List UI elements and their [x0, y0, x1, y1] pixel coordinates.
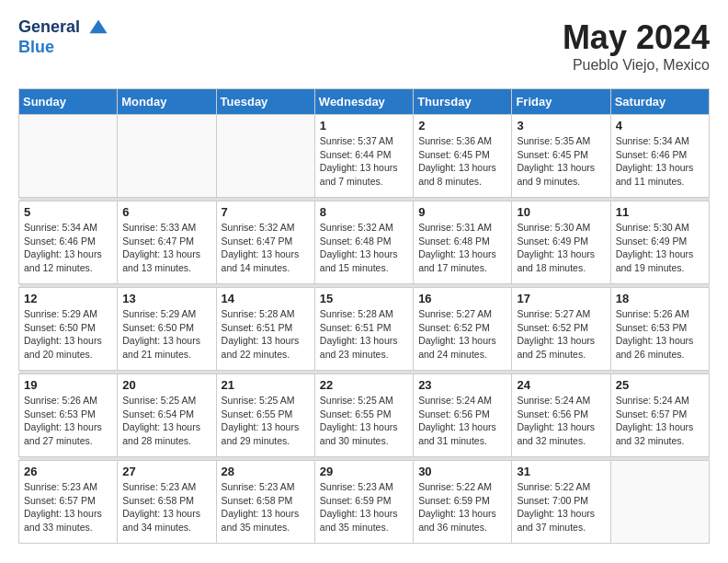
- calendar-week-4: 19Sunrise: 5:26 AM Sunset: 6:53 PM Dayli…: [19, 374, 710, 457]
- calendar-cell: 6Sunrise: 5:33 AM Sunset: 6:47 PM Daylig…: [118, 201, 216, 284]
- day-number: 27: [122, 465, 210, 478]
- calendar-cell: 11Sunrise: 5:30 AM Sunset: 6:49 PM Dayli…: [610, 201, 709, 284]
- day-info: Sunrise: 5:34 AM Sunset: 6:46 PM Dayligh…: [616, 134, 704, 189]
- day-info: Sunrise: 5:22 AM Sunset: 6:59 PM Dayligh…: [418, 480, 506, 534]
- day-number: 10: [517, 205, 605, 219]
- calendar-cell: [19, 115, 118, 198]
- calendar-cell: 1Sunrise: 5:37 AM Sunset: 6:44 PM Daylig…: [314, 115, 413, 198]
- day-number: 16: [418, 292, 506, 305]
- page-header: General Blue May 2024 Pueblo Viejo, Mexi…: [18, 18, 710, 74]
- day-info: Sunrise: 5:35 AM Sunset: 6:45 PM Dayligh…: [517, 134, 605, 189]
- day-number: 7: [222, 205, 310, 219]
- day-info: Sunrise: 5:24 AM Sunset: 6:56 PM Dayligh…: [517, 394, 605, 448]
- day-number: 31: [517, 465, 605, 478]
- day-info: Sunrise: 5:26 AM Sunset: 6:53 PM Dayligh…: [616, 307, 704, 362]
- day-info: Sunrise: 5:29 AM Sunset: 6:50 PM Dayligh…: [122, 307, 210, 362]
- day-number: 20: [122, 378, 210, 392]
- calendar-cell: [610, 461, 709, 544]
- day-number: 5: [24, 205, 112, 219]
- logo-text: General Blue: [18, 18, 108, 57]
- month-title: May 2024: [563, 18, 710, 57]
- day-info: Sunrise: 5:23 AM Sunset: 6:59 PM Dayligh…: [320, 480, 408, 534]
- day-number: 19: [24, 378, 112, 392]
- day-info: Sunrise: 5:25 AM Sunset: 6:55 PM Dayligh…: [320, 394, 408, 448]
- logo: General Blue: [18, 18, 108, 57]
- day-number: 26: [24, 465, 112, 478]
- day-number: 24: [517, 378, 605, 392]
- day-info: Sunrise: 5:27 AM Sunset: 6:52 PM Dayligh…: [517, 307, 605, 362]
- day-number: 21: [222, 378, 310, 392]
- calendar-week-3: 12Sunrise: 5:29 AM Sunset: 6:50 PM Dayli…: [19, 288, 710, 371]
- day-info: Sunrise: 5:24 AM Sunset: 6:56 PM Dayligh…: [418, 394, 506, 448]
- calendar-cell: 28Sunrise: 5:23 AM Sunset: 6:58 PM Dayli…: [216, 461, 314, 544]
- calendar-cell: 26Sunrise: 5:23 AM Sunset: 6:57 PM Dayli…: [19, 461, 118, 544]
- day-info: Sunrise: 5:26 AM Sunset: 6:53 PM Dayligh…: [24, 394, 112, 448]
- weekday-header-monday: Monday: [118, 89, 216, 115]
- day-info: Sunrise: 5:33 AM Sunset: 6:47 PM Dayligh…: [122, 221, 210, 275]
- day-number: 23: [418, 378, 506, 392]
- calendar-cell: 9Sunrise: 5:31 AM Sunset: 6:48 PM Daylig…: [414, 201, 512, 284]
- day-info: Sunrise: 5:23 AM Sunset: 6:57 PM Dayligh…: [24, 480, 112, 534]
- calendar-cell: 12Sunrise: 5:29 AM Sunset: 6:50 PM Dayli…: [19, 288, 118, 371]
- calendar-cell: 25Sunrise: 5:24 AM Sunset: 6:57 PM Dayli…: [610, 374, 709, 457]
- day-number: 29: [320, 465, 408, 478]
- day-info: Sunrise: 5:30 AM Sunset: 6:49 PM Dayligh…: [616, 221, 704, 275]
- day-number: 2: [418, 119, 506, 132]
- calendar-cell: 20Sunrise: 5:25 AM Sunset: 6:54 PM Dayli…: [118, 374, 216, 457]
- day-info: Sunrise: 5:25 AM Sunset: 6:55 PM Dayligh…: [222, 394, 310, 448]
- calendar-cell: 8Sunrise: 5:32 AM Sunset: 6:48 PM Daylig…: [314, 201, 413, 284]
- day-info: Sunrise: 5:32 AM Sunset: 6:48 PM Dayligh…: [320, 221, 408, 275]
- calendar-cell: [216, 115, 314, 198]
- day-number: 6: [122, 205, 210, 219]
- calendar-cell: 17Sunrise: 5:27 AM Sunset: 6:52 PM Dayli…: [512, 288, 610, 371]
- calendar-cell: 13Sunrise: 5:29 AM Sunset: 6:50 PM Dayli…: [118, 288, 216, 371]
- day-info: Sunrise: 5:34 AM Sunset: 6:46 PM Dayligh…: [24, 221, 112, 275]
- day-number: 3: [517, 119, 605, 132]
- day-number: 1: [320, 119, 408, 132]
- day-number: 22: [320, 378, 408, 392]
- day-info: Sunrise: 5:23 AM Sunset: 6:58 PM Dayligh…: [122, 480, 210, 534]
- calendar-cell: 22Sunrise: 5:25 AM Sunset: 6:55 PM Dayli…: [314, 374, 413, 457]
- day-info: Sunrise: 5:28 AM Sunset: 6:51 PM Dayligh…: [320, 307, 408, 362]
- location: Pueblo Viejo, Mexico: [563, 57, 710, 74]
- day-info: Sunrise: 5:30 AM Sunset: 6:49 PM Dayligh…: [517, 221, 605, 275]
- calendar-cell: 27Sunrise: 5:23 AM Sunset: 6:58 PM Dayli…: [118, 461, 216, 544]
- logo-blue: Blue: [18, 39, 108, 57]
- weekday-header-saturday: Saturday: [610, 89, 709, 115]
- calendar-cell: 31Sunrise: 5:22 AM Sunset: 7:00 PM Dayli…: [512, 461, 610, 544]
- day-info: Sunrise: 5:31 AM Sunset: 6:48 PM Dayligh…: [418, 221, 506, 275]
- calendar-cell: [118, 115, 216, 198]
- day-number: 18: [616, 292, 704, 305]
- calendar-cell: 2Sunrise: 5:36 AM Sunset: 6:45 PM Daylig…: [414, 115, 512, 198]
- day-number: 28: [222, 465, 310, 478]
- day-info: Sunrise: 5:24 AM Sunset: 6:57 PM Dayligh…: [616, 394, 704, 448]
- svg-marker-0: [89, 19, 107, 33]
- calendar-week-2: 5Sunrise: 5:34 AM Sunset: 6:46 PM Daylig…: [19, 201, 710, 284]
- calendar-table: SundayMondayTuesdayWednesdayThursdayFrid…: [18, 88, 710, 544]
- calendar-cell: 21Sunrise: 5:25 AM Sunset: 6:55 PM Dayli…: [216, 374, 314, 457]
- calendar-cell: 5Sunrise: 5:34 AM Sunset: 6:46 PM Daylig…: [19, 201, 118, 284]
- day-info: Sunrise: 5:36 AM Sunset: 6:45 PM Dayligh…: [418, 134, 506, 189]
- day-number: 11: [616, 205, 704, 219]
- calendar-cell: 30Sunrise: 5:22 AM Sunset: 6:59 PM Dayli…: [414, 461, 512, 544]
- weekday-header-sunday: Sunday: [19, 89, 118, 115]
- calendar-cell: 15Sunrise: 5:28 AM Sunset: 6:51 PM Dayli…: [314, 288, 413, 371]
- day-number: 12: [24, 292, 112, 305]
- day-info: Sunrise: 5:32 AM Sunset: 6:47 PM Dayligh…: [222, 221, 310, 275]
- calendar-cell: 23Sunrise: 5:24 AM Sunset: 6:56 PM Dayli…: [414, 374, 512, 457]
- title-block: May 2024 Pueblo Viejo, Mexico: [563, 18, 710, 74]
- day-number: 17: [517, 292, 605, 305]
- day-info: Sunrise: 5:28 AM Sunset: 6:51 PM Dayligh…: [222, 307, 310, 362]
- day-number: 9: [418, 205, 506, 219]
- day-number: 15: [320, 292, 408, 305]
- calendar-cell: 24Sunrise: 5:24 AM Sunset: 6:56 PM Dayli…: [512, 374, 610, 457]
- calendar-cell: 7Sunrise: 5:32 AM Sunset: 6:47 PM Daylig…: [216, 201, 314, 284]
- day-info: Sunrise: 5:23 AM Sunset: 6:58 PM Dayligh…: [222, 480, 310, 534]
- day-info: Sunrise: 5:27 AM Sunset: 6:52 PM Dayligh…: [418, 307, 506, 362]
- day-number: 8: [320, 205, 408, 219]
- calendar-cell: 3Sunrise: 5:35 AM Sunset: 6:45 PM Daylig…: [512, 115, 610, 198]
- calendar-cell: 29Sunrise: 5:23 AM Sunset: 6:59 PM Dayli…: [314, 461, 413, 544]
- day-number: 13: [122, 292, 210, 305]
- day-info: Sunrise: 5:37 AM Sunset: 6:44 PM Dayligh…: [320, 134, 408, 189]
- weekday-header-wednesday: Wednesday: [314, 89, 413, 115]
